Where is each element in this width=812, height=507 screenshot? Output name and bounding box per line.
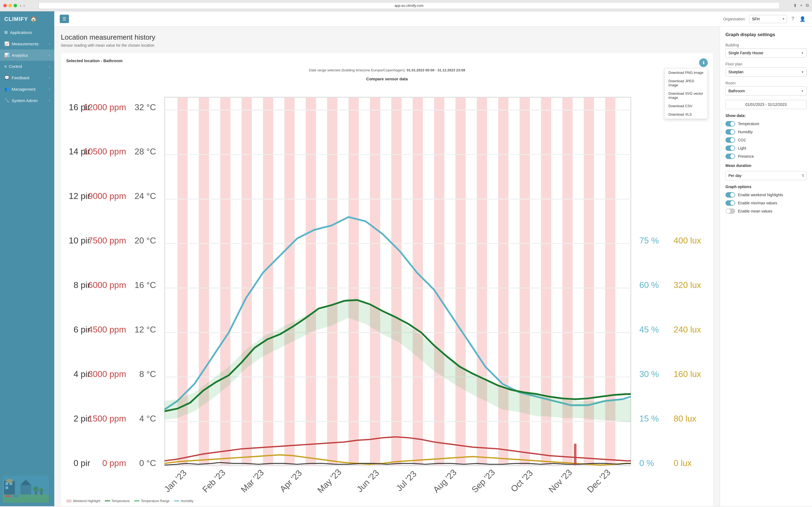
svg-text:Apr '23: Apr '23 <box>278 468 304 494</box>
windows-icon[interactable]: ⧉ <box>806 3 809 8</box>
control-icon: ≡ <box>4 64 7 69</box>
user-button[interactable]: 👤 <box>799 15 807 23</box>
chevron-icon: ‹ <box>49 99 50 102</box>
mean-duration-select[interactable]: Per day Per hour Per week <box>726 171 807 180</box>
help-button[interactable]: ? <box>790 15 795 23</box>
svg-text:30 %: 30 % <box>639 369 659 379</box>
presence-toggle[interactable] <box>726 154 735 159</box>
humidity-toggle-row: Humidity <box>726 129 807 134</box>
date-input[interactable]: 01/01/2023 - 31/12/2023 <box>726 100 807 109</box>
download-svg[interactable]: Download SVG vector image <box>664 89 707 102</box>
sidebar-item-applications[interactable]: ⊞ Applications <box>0 26 54 38</box>
system-admin-icon: 🔧 <box>4 98 9 103</box>
svg-rect-47 <box>284 97 295 465</box>
legend-temperature: Temperature <box>105 499 130 503</box>
svg-text:9000 ppm: 9000 ppm <box>88 191 126 201</box>
svg-rect-7 <box>20 485 31 495</box>
chart-svg-container: 16 pir 14 pir 12 pir 10 pir 8 pir 6 pir … <box>66 84 708 496</box>
download-jpeg[interactable]: Download JPEG image <box>664 77 707 89</box>
svg-text:Jun '23: Jun '23 <box>355 468 381 494</box>
svg-text:24 °C: 24 °C <box>135 191 156 201</box>
humidity-toggle[interactable] <box>726 129 735 134</box>
floor-plan-select[interactable]: Stueplan <box>726 67 807 76</box>
svg-rect-55 <box>455 97 466 465</box>
building-select[interactable]: Single Family House <box>726 48 807 58</box>
svg-rect-43 <box>199 97 209 465</box>
back-icon[interactable]: ‹ <box>20 3 21 8</box>
minimize-button[interactable] <box>8 4 12 7</box>
svg-text:15 %: 15 % <box>639 414 659 424</box>
share-icon[interactable]: ⬆ <box>793 3 797 8</box>
browser-controls: ‹ › <box>20 3 25 8</box>
svg-rect-56 <box>477 97 487 465</box>
weekend-highlights-toggle[interactable] <box>726 192 735 198</box>
svg-rect-49 <box>327 97 337 465</box>
page-area: Location measurement history Sensor read… <box>54 26 812 506</box>
temperature-range-swatch <box>134 501 139 501</box>
svg-text:0 °C: 0 °C <box>139 458 156 468</box>
svg-text:Mar '23: Mar '23 <box>239 468 266 495</box>
selected-location: Selected location - Bathroom <box>66 58 123 63</box>
download-png[interactable]: Download PNG image <box>664 68 707 77</box>
org-label: Organisation: <box>723 17 746 21</box>
org-select[interactable]: SFH <box>749 15 787 23</box>
light-toggle[interactable] <box>726 146 735 151</box>
co2-toggle[interactable] <box>726 137 735 143</box>
svg-text:10 pir: 10 pir <box>69 236 90 245</box>
svg-text:Nov '23: Nov '23 <box>546 467 574 495</box>
svg-text:0 %: 0 % <box>639 458 654 468</box>
room-select[interactable]: Bathroom <box>726 86 807 96</box>
humidity-swatch <box>174 501 179 501</box>
hamburger-button[interactable]: ☰ <box>60 15 69 23</box>
top-bar: ☰ Organisation: SFH ? 👤 <box>54 11 812 26</box>
download-button[interactable]: ⬇ <box>699 58 708 67</box>
minmax-toggle[interactable] <box>726 200 735 206</box>
close-button[interactable] <box>3 4 7 7</box>
sidebar-item-measurements[interactable]: 📈 Measurements ‹ <box>0 38 54 49</box>
forward-icon[interactable]: › <box>23 3 25 8</box>
sidebar-item-feedback[interactable]: 💬 Feedback ‹ <box>0 72 54 83</box>
feedback-icon: 💬 <box>4 75 9 80</box>
new-tab-icon[interactable]: + <box>800 3 803 8</box>
chart-svg: 16 pir 14 pir 12 pir 10 pir 8 pir 6 pir … <box>66 84 708 495</box>
chevron-icon: ‹ <box>49 76 50 79</box>
svg-text:10500 ppm: 10500 ppm <box>83 147 126 156</box>
main-content: ☰ Organisation: SFH ? 👤 Location measure… <box>54 11 812 506</box>
download-area: ⬇ Download PNG image Download JPEG image… <box>699 58 708 67</box>
download-xls[interactable]: Download XLS <box>664 110 707 119</box>
sidebar-item-analytics[interactable]: 📊 Analytics ‹ <box>0 49 54 61</box>
co2-toggle-row: CO2 <box>726 137 807 143</box>
temperature-toggle[interactable] <box>726 121 735 126</box>
chart-legend: Weekend Highlight Temperature Temperatur… <box>66 499 708 503</box>
svg-text:8 °C: 8 °C <box>139 369 156 379</box>
svg-text:16 °C: 16 °C <box>135 280 156 290</box>
mean-toggle-row: Enable mean values <box>726 209 807 214</box>
sidebar-item-system-admin[interactable]: 🔧 System Admin ‹ <box>0 95 54 106</box>
svg-text:0 ppm: 0 ppm <box>102 458 126 468</box>
download-csv[interactable]: Download CSV <box>664 102 707 110</box>
floor-plan-row: Floor plan Stueplan <box>726 62 807 76</box>
graph-options-section: Graph options Enable weekend highlights … <box>726 184 807 214</box>
panel-title: Graph display settings <box>726 32 807 38</box>
room-row: Room Bathroom <box>726 81 807 96</box>
show-data-section: Show data: Temperature Humidity CO2 <box>726 113 807 159</box>
sidebar-item-control[interactable]: ≡ Control ‹ <box>0 61 54 72</box>
svg-text:Dec '23: Dec '23 <box>585 467 612 495</box>
weekend-swatch <box>66 499 72 503</box>
svg-text:Jul '23: Jul '23 <box>394 469 418 493</box>
svg-text:400 lux: 400 lux <box>674 236 701 245</box>
top-bar-right: Organisation: SFH ? 👤 <box>723 15 807 23</box>
svg-text:Oct '23: Oct '23 <box>509 468 535 494</box>
svg-rect-50 <box>348 97 359 465</box>
address-bar[interactable]: app.eu.climify.com <box>39 2 780 9</box>
maximize-button[interactable] <box>13 4 17 7</box>
svg-text:12 °C: 12 °C <box>135 325 156 334</box>
svg-text:12000 ppm: 12000 ppm <box>83 102 126 112</box>
chart-title: Compare sensor data <box>66 76 708 81</box>
sidebar-item-management[interactable]: 👥 Management ‹ <box>0 83 54 95</box>
svg-text:20 °C: 20 °C <box>135 236 156 245</box>
mean-values-toggle[interactable] <box>726 209 735 214</box>
chart-card: Selected location - Bathroom ⬇ Download … <box>61 53 713 506</box>
logo-icon: 🏠 <box>30 16 37 22</box>
room-select-wrapper: Bathroom <box>726 86 807 96</box>
